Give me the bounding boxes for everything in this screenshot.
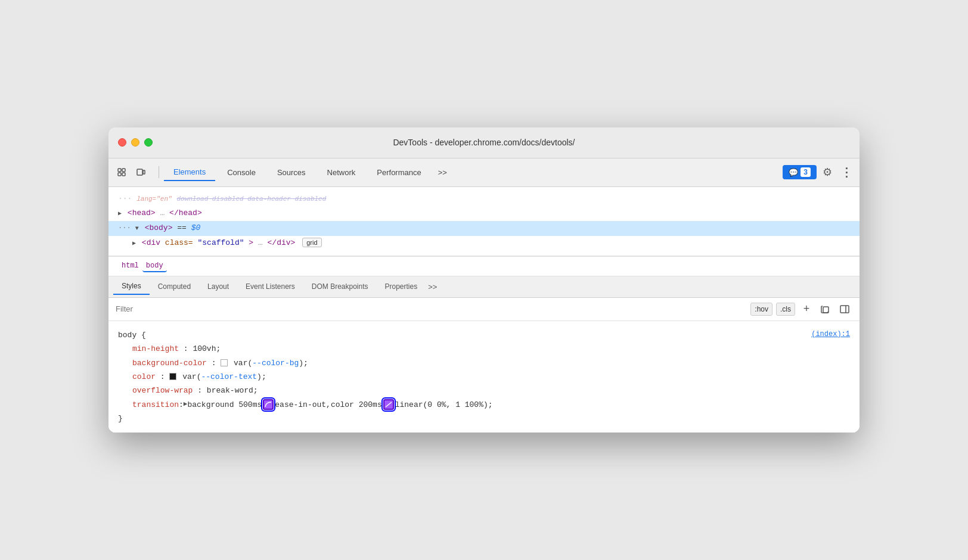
titlebar: DevTools - developer.chrome.com/docs/dev… <box>108 127 860 158</box>
maximize-button[interactable] <box>144 138 153 147</box>
prop-value-transition-part3: linear(0 0%, 1 100%); <box>395 398 493 412</box>
copy-styles-button[interactable] <box>818 301 833 317</box>
tab-computed[interactable]: Computed <box>150 279 199 294</box>
tag-head-open: <head> <box>128 209 156 217</box>
tab-sources[interactable]: Sources <box>268 164 315 181</box>
tab-event-listeners[interactable]: Event Listeners <box>237 279 303 294</box>
prop-value-overflow-wrap: break-word; <box>207 386 258 395</box>
filter-input[interactable] <box>116 304 746 313</box>
css-selector: body { <box>118 331 146 340</box>
window-title: DevTools - developer.chrome.com/docs/dev… <box>393 138 575 147</box>
filter-right: :hov .cls + <box>750 301 852 317</box>
minimize-button[interactable] <box>131 138 139 147</box>
ellipsis: … <box>160 209 169 217</box>
prop-value-color: var(--color-text); <box>182 372 266 381</box>
css-prop-background-color: background-color : var(--color-bg); <box>118 356 850 370</box>
grid-badge[interactable]: grid <box>302 238 321 247</box>
traffic-lights <box>118 138 153 147</box>
attr-value-scaffold: "scaffold" <box>197 238 244 247</box>
toolbar-right: 💬 3 ⚙ ⋮ <box>783 164 855 181</box>
prop-name-overflow-wrap[interactable]: overflow-wrap <box>132 386 193 395</box>
tag-div-close-bracket: > <box>249 238 253 247</box>
prop-value-transition-part2: ease-in-out,color 200ms <box>275 398 381 412</box>
svg-rect-3 <box>122 173 125 176</box>
easing-icon-1[interactable] <box>263 399 274 410</box>
main-toolbar: Elements Console Sources Network Perform… <box>108 158 860 187</box>
css-prop-min-height: min-height : 100vh; <box>118 342 850 356</box>
prop-name-bg-color[interactable]: background-color <box>132 359 207 368</box>
tab-network[interactable]: Network <box>318 164 365 181</box>
svg-rect-4 <box>137 169 142 175</box>
prop-name-color[interactable]: color <box>132 372 156 381</box>
svg-rect-1 <box>122 169 125 172</box>
var-color-text[interactable]: --color-text <box>201 372 257 381</box>
devtools-window: DevTools - developer.chrome.com/docs/dev… <box>108 127 860 433</box>
issues-count: 3 <box>801 167 811 177</box>
dom-dollar0: $0 <box>191 223 201 232</box>
tab-console[interactable]: Console <box>218 164 265 181</box>
tab-styles[interactable]: Styles <box>113 278 150 295</box>
settings-button[interactable]: ⚙ <box>819 164 836 181</box>
prop-name-min-height[interactable]: min-height <box>132 344 179 353</box>
toolbar-divider <box>159 166 159 178</box>
hov-button[interactable]: :hov <box>750 303 772 316</box>
source-link[interactable]: (index):1 <box>811 328 850 341</box>
styles-more-button[interactable]: >> <box>426 280 439 294</box>
dom-panel: ··· lang="en" download disabled data-hea… <box>108 187 860 256</box>
prop-value-transition-part1: background 500ms <box>187 398 262 412</box>
easing-icon-2[interactable] <box>383 399 394 410</box>
var-color-bg[interactable]: --color-bg <box>252 359 299 368</box>
transition-expand-icon[interactable]: ▶ <box>184 399 188 410</box>
issues-button[interactable]: 💬 3 <box>783 165 817 179</box>
tag-head-close: </head> <box>169 209 202 217</box>
close-button[interactable] <box>118 138 126 147</box>
prop-value-bg-color: var(--color-bg); <box>234 359 308 368</box>
css-panel: (index):1 body { min-height : 100vh; bac… <box>108 321 860 433</box>
dom-head-row[interactable]: <head> … </head> <box>108 206 860 221</box>
dom-body-triangle[interactable] <box>135 222 139 235</box>
breadcrumb-html[interactable]: html <box>118 260 142 272</box>
dom-triangle[interactable] <box>118 207 122 220</box>
css-prop-overflow-wrap: overflow-wrap : break-word; <box>118 384 850 397</box>
color-swatch[interactable] <box>169 373 176 380</box>
dom-overflow-row: ··· lang="en" download disabled data-hea… <box>108 192 860 207</box>
prop-value-min-height: 100vh; <box>193 344 221 353</box>
prop-name-transition[interactable]: transition <box>132 398 179 412</box>
tag-div-open: <div <box>142 238 165 247</box>
css-selector-line: body { <box>118 328 850 342</box>
dom-body-row[interactable]: ··· <body> == $0 <box>108 221 860 236</box>
dom-div-triangle[interactable] <box>132 237 136 250</box>
more-tabs-button[interactable]: >> <box>433 166 452 179</box>
dom-div-row[interactable]: <div class= "scaffold" > … </div> grid <box>108 236 860 251</box>
svg-rect-5 <box>143 170 145 174</box>
filter-bar: :hov .cls + <box>108 298 860 321</box>
more-options-button[interactable]: ⋮ <box>838 164 855 181</box>
tab-layout[interactable]: Layout <box>199 279 237 294</box>
breadcrumb-body[interactable]: body <box>142 260 167 272</box>
attr-class: class= <box>165 238 193 247</box>
styles-tabs: Styles Computed Layout Event Listeners D… <box>108 276 860 298</box>
ellipsis2: … <box>258 238 268 247</box>
tag-body: <body> <box>145 223 173 232</box>
toggle-sidebar-button[interactable] <box>837 301 852 317</box>
cls-button[interactable]: .cls <box>776 303 795 316</box>
tab-performance[interactable]: Performance <box>367 164 430 181</box>
devtools-body: Elements Console Sources Network Perform… <box>108 158 860 433</box>
tab-elements[interactable]: Elements <box>164 164 215 181</box>
breadcrumb-bar: html body <box>108 256 860 276</box>
toolbar-icons <box>113 164 149 181</box>
css-rule-block: (index):1 body { min-height : 100vh; bac… <box>118 328 850 426</box>
svg-rect-2 <box>118 173 121 176</box>
device-toolbar-icon[interactable] <box>132 164 149 181</box>
add-style-button[interactable]: + <box>799 301 814 317</box>
css-prop-color: color : var(--color-text); <box>118 370 850 384</box>
tab-dom-breakpoints[interactable]: DOM Breakpoints <box>303 279 377 294</box>
tab-properties[interactable]: Properties <box>377 279 426 294</box>
bg-color-swatch[interactable] <box>221 359 228 366</box>
cursor-icon[interactable] <box>113 164 130 181</box>
tag-div-close: </div> <box>268 238 296 247</box>
css-prop-transition: transition : ▶ background 500ms ease-in-… <box>118 398 850 412</box>
issues-icon: 💬 <box>789 168 798 177</box>
svg-rect-7 <box>840 306 849 313</box>
css-close-brace: } <box>118 412 850 425</box>
